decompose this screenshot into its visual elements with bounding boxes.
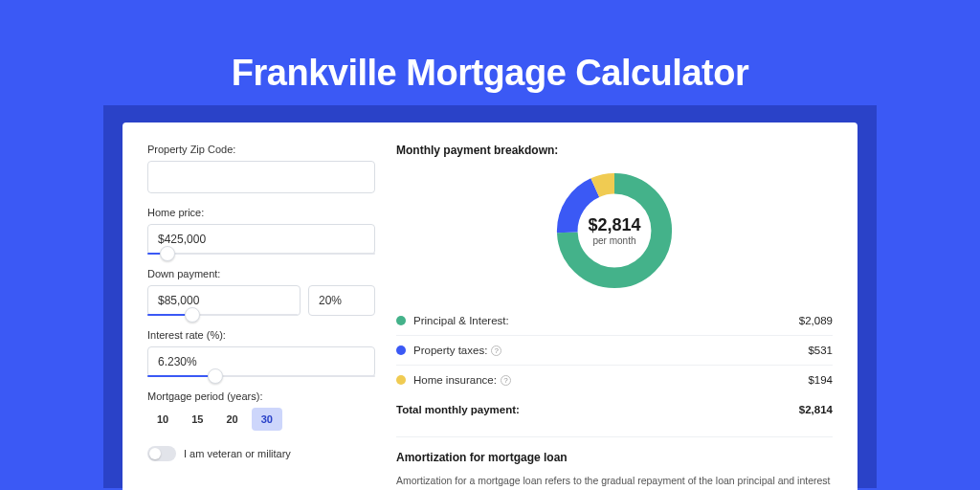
zip-field: Property Zip Code: (147, 144, 375, 193)
down-payment-field: Down payment: (147, 268, 375, 316)
legend-dot (396, 375, 406, 385)
total-row: Total monthly payment: $2,814 (396, 394, 833, 429)
inputs-panel: Property Zip Code: Home price: Down paym… (147, 144, 375, 490)
down-payment-slider[interactable] (147, 314, 298, 316)
legend-value: $531 (808, 345, 833, 356)
interest-rate-label: Interest rate (%): (147, 329, 375, 341)
amortization-section: Amortization for mortgage loan Amortizat… (396, 436, 833, 490)
home-price-label: Home price: (147, 207, 375, 218)
interest-rate-slider[interactable] (147, 375, 375, 377)
period-option-10[interactable]: 10 (147, 408, 178, 431)
home-price-input[interactable] (147, 224, 375, 255)
breakdown-title: Monthly payment breakdown: (396, 144, 833, 157)
info-icon[interactable]: ? (501, 375, 511, 386)
legend-row: Principal & Interest:$2,089 (396, 306, 833, 336)
period-option-20[interactable]: 20 (217, 408, 248, 431)
down-payment-label: Down payment: (147, 268, 375, 279)
donut-sublabel: per month (592, 235, 635, 246)
veteran-row: I am veteran or military (147, 446, 375, 461)
home-price-field: Home price: (147, 207, 375, 255)
info-icon[interactable]: ? (491, 345, 501, 356)
period-field: Mortgage period (years): 10152030 (147, 390, 375, 431)
total-label: Total monthly payment: (396, 404, 799, 415)
donut-value: $2,814 (588, 215, 640, 235)
amortization-body: Amortization for a mortgage loan refers … (396, 474, 833, 490)
page-title: Frankville Mortgage Calculator (0, 53, 980, 94)
donut-chart: $2,814 per month (552, 168, 677, 293)
legend-label: Home insurance:? (413, 374, 808, 386)
veteran-label: I am veteran or military (184, 448, 291, 459)
period-option-15[interactable]: 15 (182, 408, 212, 431)
period-label: Mortgage period (years): (147, 390, 375, 402)
legend-label: Principal & Interest: (413, 315, 799, 326)
breakdown-panel: Monthly payment breakdown: $2,814 per mo… (396, 144, 833, 490)
total-value: $2,814 (799, 404, 833, 415)
home-price-slider[interactable] (147, 253, 375, 255)
zip-label: Property Zip Code: (147, 144, 375, 155)
legend-value: $194 (808, 374, 833, 386)
donut-area: $2,814 per month (396, 168, 833, 293)
zip-input[interactable] (147, 161, 375, 193)
calculator-card: Property Zip Code: Home price: Down paym… (122, 122, 858, 490)
interest-rate-field: Interest rate (%): (147, 329, 375, 377)
legend-row: Property taxes:?$531 (396, 336, 833, 366)
legend-dot (396, 345, 406, 355)
legend-value: $2,089 (799, 315, 833, 326)
down-payment-input[interactable] (147, 285, 301, 316)
legend-row: Home insurance:?$194 (396, 366, 833, 394)
period-option-30[interactable]: 30 (252, 408, 282, 431)
legend-dot (396, 316, 406, 325)
legend-label: Property taxes:? (413, 345, 808, 356)
veteran-toggle[interactable] (147, 446, 176, 461)
down-payment-pct-input[interactable] (308, 285, 375, 316)
interest-rate-input[interactable] (147, 346, 375, 377)
amortization-title: Amortization for mortgage loan (396, 451, 833, 464)
